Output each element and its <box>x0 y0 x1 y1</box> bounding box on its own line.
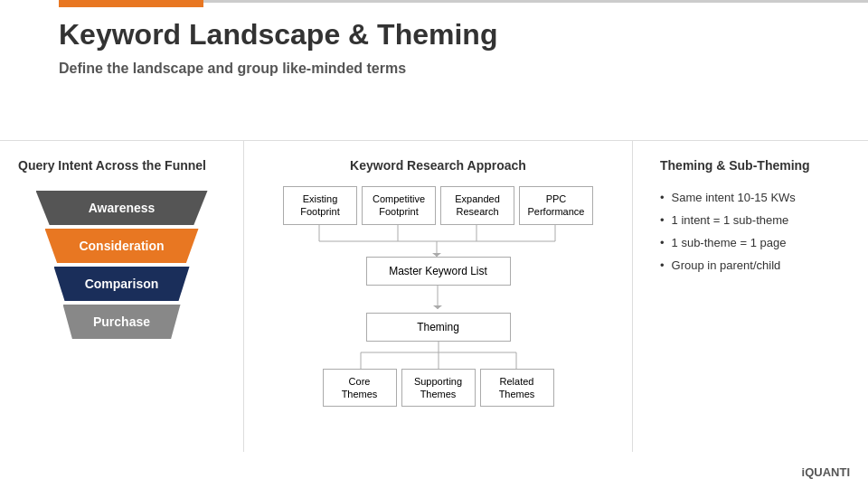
svg-marker-8 <box>433 305 442 309</box>
bullet-3: 1 sub-theme = 1 page <box>660 231 841 254</box>
bullet-2: 1 intent = 1 sub-theme <box>660 209 841 231</box>
box-supporting-themes: Supporting Themes <box>401 369 476 408</box>
connector-svg-2 <box>282 286 594 313</box>
connector-svg-3 <box>321 342 556 369</box>
bullet-4: Group in parent/child <box>660 254 841 277</box>
box-existing-footprint: Existing Footprint <box>283 186 357 225</box>
main-columns: Query Intent Across the Funnel Awareness… <box>0 140 868 452</box>
funnel-consideration: Consideration <box>45 229 199 263</box>
funnel-comparison: Comparison <box>54 267 190 301</box>
bullet-1: Same intent 10-15 KWs <box>660 186 841 209</box>
box-core-themes: Core Themes <box>323 369 397 408</box>
theming-box: Theming <box>366 313 511 342</box>
box-ppc-performance: PPC Performance <box>519 186 593 225</box>
theme-boxes-row: Core Themes Supporting Themes Related Th… <box>323 369 554 408</box>
col1-title: Query Intent Across the Funnel <box>18 158 225 173</box>
box-expanded-research: Expanded Research <box>440 186 514 225</box>
page-subtitle: Define the landscape and group like-mind… <box>59 61 497 77</box>
title-section: Keyword Landscape & Theming Define the l… <box>59 18 497 77</box>
funnel-diagram: Awareness Consideration Comparison Purch… <box>18 191 225 339</box>
funnel-awareness: Awareness <box>36 191 208 225</box>
theming-bullets: Same intent 10-15 KWs 1 intent = 1 sub-t… <box>660 186 841 277</box>
brand-footer: iQUANTI <box>802 465 850 479</box>
top-boxes-row: Existing Footprint Competitive Footprint… <box>283 186 593 225</box>
col3-theming: Theming & Sub-Theming Same intent 10-15 … <box>633 140 868 452</box>
col3-title: Theming & Sub-Theming <box>660 158 841 173</box>
box-related-themes: Related Themes <box>480 369 554 408</box>
page-title: Keyword Landscape & Theming <box>59 18 497 52</box>
flowchart: Existing Footprint Competitive Footprint… <box>258 186 618 407</box>
col1-query-intent: Query Intent Across the Funnel Awareness… <box>0 140 244 452</box>
top-accent-bar <box>59 0 203 7</box>
master-keyword-box: Master Keyword List <box>366 257 511 286</box>
col2-keyword-research: Keyword Research Approach Existing Footp… <box>244 140 633 452</box>
col2-title: Keyword Research Approach <box>258 158 618 173</box>
connector-svg-1 <box>282 225 594 257</box>
box-competitive-footprint: Competitive Footprint <box>362 186 436 225</box>
top-line <box>203 0 868 3</box>
funnel-purchase: Purchase <box>63 305 181 339</box>
